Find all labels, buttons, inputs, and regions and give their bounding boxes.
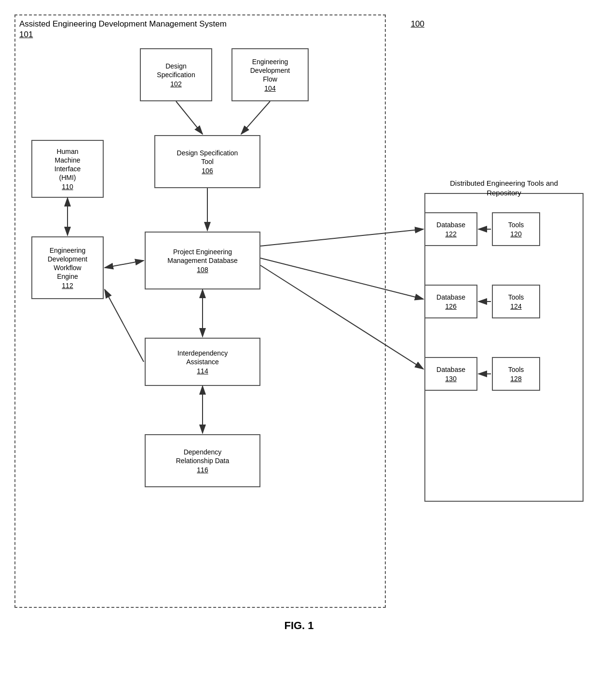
box-tools-120-label: Tools [508, 220, 524, 229]
box-project-eng-db-num: 108 [197, 266, 208, 274]
box-tools-128: Tools 128 [492, 357, 540, 391]
box-tools-128-label: Tools [508, 365, 524, 374]
box-db-122-label: Database [436, 220, 465, 229]
box-hmi: HumanMachineInterface(HMI) 110 [31, 140, 104, 198]
box-eng-dev-workflow-num: 112 [62, 282, 73, 289]
box-tools-120-num: 120 [510, 230, 521, 238]
box-eng-dev-flow: EngineeringDevelopmentFlow 104 [231, 48, 309, 101]
box-design-spec-tool-num: 106 [202, 167, 213, 175]
box-project-eng-db: Project EngineeringManagement Database 1… [145, 232, 260, 289]
box-db-130-label: Database [436, 365, 465, 374]
box-db-130-num: 130 [445, 375, 456, 383]
box-eng-dev-flow-label: EngineeringDevelopmentFlow [250, 57, 290, 84]
box-eng-dev-workflow: EngineeringDevelopmentWorkflowEngine 112 [31, 236, 104, 299]
system-boundary [14, 14, 386, 608]
page: Assisted Engineering Development Managem… [0, 0, 598, 700]
fig-label: FIG. 1 [284, 619, 313, 632]
box-dependency-data: DependencyRelationship Data 116 [145, 434, 260, 487]
box-tools-124-label: Tools [508, 293, 524, 302]
box-dependency-data-label: DependencyRelationship Data [176, 448, 230, 465]
box-design-spec: DesignSpecification 102 [140, 48, 212, 101]
system-number: 101 [19, 30, 33, 40]
box-interdependency: InterdependencyAssistance 114 [145, 338, 260, 386]
box-tools-120: Tools 120 [492, 212, 540, 246]
box-hmi-label: HumanMachineInterface(HMI) [54, 147, 81, 182]
box-eng-dev-workflow-label: EngineeringDevelopmentWorkflowEngine [48, 246, 88, 281]
diagram-area: Assisted Engineering Development Managem… [10, 10, 588, 646]
box-db-122: Database 122 [424, 212, 477, 246]
box-tools-128-num: 128 [510, 375, 521, 383]
box-dependency-data-num: 116 [197, 466, 208, 474]
box-eng-dev-flow-num: 104 [264, 84, 275, 92]
box-interdependency-label: InterdependencyAssistance [177, 349, 228, 366]
box-db-126: Database 126 [424, 285, 477, 318]
box-db-130: Database 130 [424, 357, 477, 391]
box-db-126-label: Database [436, 293, 465, 302]
system-title: Assisted Engineering Development Managem… [19, 19, 227, 29]
box-db-126-num: 126 [445, 302, 456, 310]
box-project-eng-db-label: Project EngineeringManagement Database [167, 247, 238, 265]
distributed-title: Distributed Engineering Tools and Reposi… [434, 178, 574, 197]
box-hmi-num: 110 [62, 183, 73, 191]
box-tools-124-num: 124 [510, 302, 521, 310]
box-interdependency-num: 114 [197, 367, 208, 375]
box-design-spec-label: DesignSpecification [157, 62, 195, 79]
box-design-spec-tool: Design SpecificationTool 106 [154, 135, 260, 188]
box-design-spec-num: 102 [170, 80, 181, 88]
ref-100: 100 [411, 19, 424, 29]
box-design-spec-tool-label: Design SpecificationTool [177, 149, 238, 166]
box-tools-124: Tools 124 [492, 285, 540, 318]
box-db-122-num: 122 [445, 230, 456, 238]
